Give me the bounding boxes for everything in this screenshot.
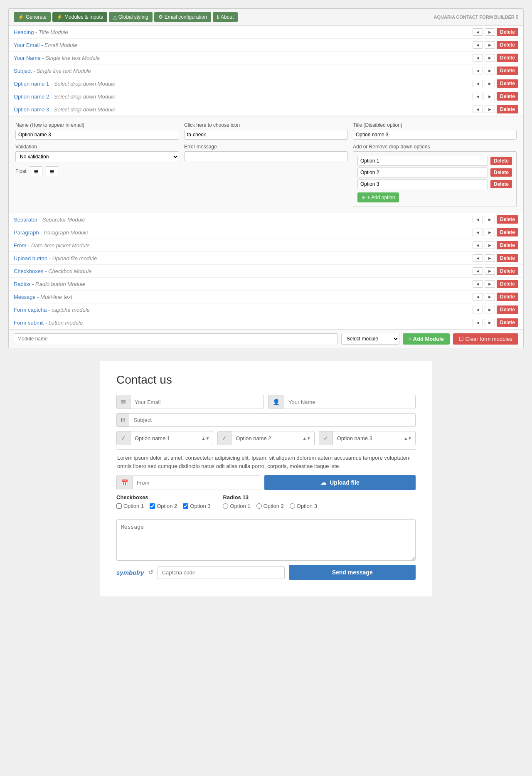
radio-1[interactable] — [223, 503, 228, 509]
move-left-btn-6[interactable]: ◄ — [473, 93, 483, 100]
generate-btn[interactable]: ⚡ Generate — [14, 12, 51, 22]
delete-btn-2[interactable]: Delete — [497, 41, 518, 49]
move-left-btn-5[interactable]: ◄ — [473, 80, 483, 87]
delete-btn-11[interactable]: Delete — [497, 254, 518, 262]
about-btn[interactable]: ℹ About — [213, 12, 238, 22]
module-link-13[interactable]: Radios - Radio button Module — [14, 281, 473, 287]
move-left-btn-4[interactable]: ◄ — [473, 67, 483, 74]
error-input[interactable] — [184, 151, 348, 161]
delete-btn-13[interactable]: Delete — [497, 280, 518, 288]
captcha-input[interactable] — [158, 566, 285, 579]
radio-2[interactable] — [256, 503, 262, 509]
subject-input[interactable] — [129, 414, 415, 426]
delete-btn-1[interactable]: Delete — [497, 28, 518, 36]
option-input-2[interactable] — [357, 168, 488, 177]
delete-btn-15[interactable]: Delete — [497, 305, 518, 314]
move-right-btn-5[interactable]: ► — [485, 80, 495, 87]
float-right-btn[interactable]: ≣ — [46, 166, 58, 176]
move-left-btn-9[interactable]: ◄ — [473, 229, 483, 236]
name-input[interactable] — [15, 130, 179, 140]
module-link-14[interactable]: Message - Multi-line text — [14, 294, 473, 300]
option-input-3[interactable] — [357, 179, 488, 189]
move-right-btn-8[interactable]: ► — [485, 216, 495, 223]
option3-select[interactable]: Option name 3 — [333, 432, 401, 444]
delete-btn-9[interactable]: Delete — [497, 228, 518, 236]
move-left-btn-13[interactable]: ◄ — [473, 280, 483, 288]
checkbox-3[interactable] — [183, 503, 188, 509]
move-left-btn-3[interactable]: ◄ — [473, 54, 483, 62]
option-input-1[interactable] — [357, 156, 488, 166]
module-link-7[interactable]: Option name 3 - Select drop-down Module — [14, 106, 473, 113]
delete-btn-12[interactable]: Delete — [497, 267, 518, 275]
name-input[interactable] — [284, 396, 415, 408]
message-textarea[interactable] — [116, 519, 416, 561]
delete-btn-5[interactable]: Delete — [497, 79, 518, 88]
move-right-btn-14[interactable]: ► — [485, 293, 495, 301]
move-right-btn-7[interactable]: ► — [485, 106, 495, 113]
move-right-btn-12[interactable]: ► — [485, 267, 495, 275]
move-right-btn-13[interactable]: ► — [485, 280, 495, 288]
email-btn[interactable]: ⚙ Email configuration — [154, 12, 211, 22]
delete-btn-8[interactable]: Delete — [497, 215, 518, 224]
delete-btn-7[interactable]: Delete — [497, 105, 518, 113]
move-left-btn-8[interactable]: ◄ — [473, 216, 483, 223]
option1-select[interactable]: Option name 1 — [131, 432, 198, 444]
module-link-6[interactable]: Option name 2 - Select drop-down Module — [14, 94, 473, 100]
add-module-btn[interactable]: + Add Module — [403, 333, 450, 345]
title-input[interactable] — [353, 130, 517, 140]
radio-3[interactable] — [290, 503, 295, 509]
checkbox-2[interactable] — [150, 503, 155, 509]
delete-option-2[interactable]: Delete — [490, 168, 512, 177]
module-link-1[interactable]: Heading - Title Module — [14, 29, 473, 35]
move-left-btn-11[interactable]: ◄ — [473, 254, 483, 262]
module-link-8[interactable]: Separator - Separator Module — [14, 217, 473, 223]
move-left-btn-16[interactable]: ◄ — [473, 319, 483, 326]
upload-btn[interactable]: ☁ Upload file — [264, 475, 416, 490]
move-right-btn-6[interactable]: ► — [485, 93, 495, 100]
move-left-btn-2[interactable]: ◄ — [473, 41, 483, 49]
delete-btn-3[interactable]: Delete — [497, 54, 518, 62]
checkbox-1[interactable] — [116, 503, 122, 509]
module-name-input[interactable] — [14, 333, 338, 344]
module-link-9[interactable]: Paragraph - Paragraph Module — [14, 229, 473, 236]
move-right-btn-15[interactable]: ► — [485, 306, 495, 313]
module-type-select[interactable]: Select module — [341, 333, 399, 345]
delete-option-3[interactable]: Delete — [490, 180, 512, 188]
validation-select[interactable]: No validation — [15, 151, 179, 162]
module-link-12[interactable]: Checkboxes - Checkbox Module — [14, 268, 473, 274]
styling-btn[interactable]: △ Global styling — [109, 12, 153, 22]
module-link-5[interactable]: Option name 1 - Select drop-down Module — [14, 81, 473, 87]
move-right-btn-2[interactable]: ► — [485, 41, 495, 49]
captcha-refresh-icon[interactable]: ↺ — [148, 569, 153, 576]
delete-option-1[interactable]: Delete — [490, 157, 512, 165]
clear-modules-btn[interactable]: ☐ Clear form modules — [453, 333, 518, 345]
module-link-2[interactable]: Your Email - Email Module — [14, 42, 473, 48]
move-left-btn-14[interactable]: ◄ — [473, 293, 483, 301]
module-link-4[interactable]: Subject - Single line text Module — [14, 68, 473, 74]
module-link-11[interactable]: Upload button - Upload file module — [14, 255, 473, 261]
move-left-btn-12[interactable]: ◄ — [473, 267, 483, 275]
move-left-btn-7[interactable]: ◄ — [473, 106, 483, 113]
move-left-btn-15[interactable]: ◄ — [473, 306, 483, 313]
delete-btn-14[interactable]: Delete — [497, 293, 518, 301]
move-right-btn-10[interactable]: ► — [485, 241, 495, 249]
move-right-btn-1[interactable]: ► — [485, 28, 495, 36]
delete-btn-4[interactable]: Delete — [497, 67, 518, 75]
move-left-btn-10[interactable]: ◄ — [473, 241, 483, 249]
move-left-btn-1[interactable]: ◄ — [473, 28, 483, 36]
move-right-btn-16[interactable]: ► — [485, 319, 495, 326]
from-input[interactable] — [133, 477, 260, 489]
email-input[interactable] — [131, 396, 264, 408]
add-option-btn[interactable]: ⊞ + Add option — [357, 192, 399, 202]
delete-btn-10[interactable]: Delete — [497, 241, 518, 249]
move-right-btn-4[interactable]: ► — [485, 67, 495, 74]
module-link-15[interactable]: Form captcha - captcha module — [14, 307, 473, 313]
module-link-10[interactable]: From - Date-time picker Module — [14, 242, 473, 249]
module-link-3[interactable]: Your Name - Single line text Module — [14, 55, 473, 61]
float-left-btn[interactable]: ≣ — [30, 166, 42, 176]
modules-btn[interactable]: ⚡ Modules & Inputs — [52, 12, 107, 22]
move-right-btn-9[interactable]: ► — [485, 229, 495, 236]
delete-btn-16[interactable]: Delete — [497, 318, 518, 327]
move-right-btn-11[interactable]: ► — [485, 254, 495, 262]
move-right-btn-3[interactable]: ► — [485, 54, 495, 62]
